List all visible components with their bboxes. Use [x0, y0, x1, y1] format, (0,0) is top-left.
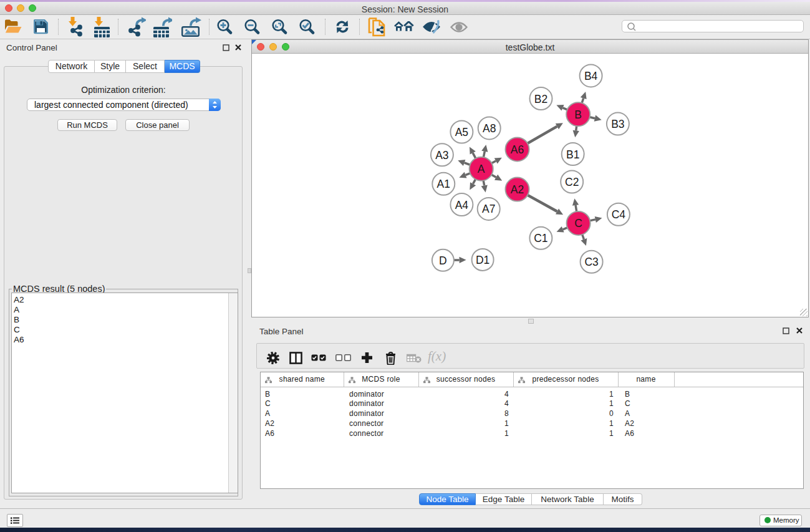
svg-text:A6: A6	[511, 143, 524, 156]
svg-text:A7: A7	[482, 203, 495, 215]
svg-text:C4: C4	[612, 208, 626, 221]
svg-text:A: A	[478, 163, 485, 175]
svg-text:B3: B3	[611, 118, 624, 130]
svg-text:A8: A8	[483, 122, 496, 135]
svg-text:A2: A2	[511, 183, 524, 196]
svg-text:D: D	[439, 254, 447, 267]
svg-text:B: B	[574, 109, 582, 121]
svg-text:A3: A3	[435, 149, 448, 162]
svg-text:C3: C3	[584, 256, 598, 268]
svg-text:C: C	[574, 217, 582, 230]
svg-text:C1: C1	[534, 232, 547, 244]
svg-text:A5: A5	[455, 126, 468, 138]
svg-text:B2: B2	[534, 93, 547, 105]
svg-text:C2: C2	[565, 176, 579, 188]
svg-text:A1: A1	[437, 178, 450, 190]
svg-text:A4: A4	[455, 199, 469, 211]
svg-text:B1: B1	[566, 148, 579, 161]
svg-text:D1: D1	[476, 254, 489, 266]
svg-text:B4: B4	[584, 70, 598, 82]
